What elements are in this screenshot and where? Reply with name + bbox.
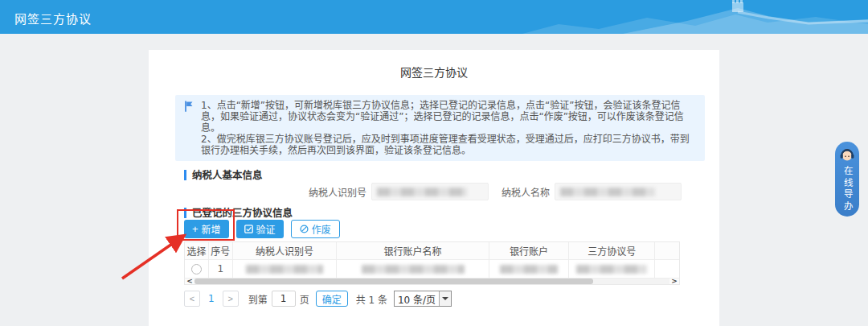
taxpayer-name-label: 纳税人名称 xyxy=(497,185,555,199)
col-taxpayer-id: 纳税人识别号 xyxy=(233,242,338,259)
redacted-value xyxy=(560,188,655,196)
verify-button[interactable]: 验证 xyxy=(236,220,284,238)
pagination: < 1 > 到第 页 确定 共 1 条 10 条/页 xyxy=(184,291,719,307)
total-count: 共 1 条 xyxy=(356,292,387,306)
dropdown-arrow-icon xyxy=(439,291,451,306)
goto-page-label: 到第 xyxy=(248,292,268,306)
notice-box: 1、点击“新增”按钮，可新增税库银三方协议信息；选择已登记的记录信息，点击“验证… xyxy=(175,95,705,161)
invalidate-button-label: 作废 xyxy=(312,222,331,236)
customer-service-icon xyxy=(839,146,855,163)
add-button[interactable]: + 新增 xyxy=(184,220,229,238)
redacted-value xyxy=(576,265,647,274)
notice-item-1: 1、点击“新增”按钮，可新增税库银三方协议信息；选择已登记的记录信息，点击“验证… xyxy=(201,100,697,134)
prev-page-button[interactable]: < xyxy=(184,291,200,307)
current-page[interactable]: 1 xyxy=(208,293,215,304)
row-agreement-no-cell xyxy=(569,260,655,278)
notice-item-2: 2、做完税库银三方协议账号登记后，应及时到事项进度管理查看受理状态，受理通过后，… xyxy=(201,134,697,156)
col-clipped xyxy=(655,242,679,259)
void-icon xyxy=(300,225,309,233)
main-panel: 网签三方协议 1、点击“新增”按钮，可新增税库银三方协议信息；选择已登记的记录信… xyxy=(149,50,719,326)
plus-icon: + xyxy=(192,224,199,234)
taxpayer-id-value xyxy=(371,183,489,200)
notice-text: 1、点击“新增”按钮，可新增税库银三方协议信息；选择已登记的记录信息，点击“验证… xyxy=(201,100,697,156)
scrollbar-track[interactable] xyxy=(194,279,669,284)
table-row: 1 xyxy=(185,259,679,278)
online-guide-label: 在线导办 xyxy=(842,166,852,213)
scroll-left-icon[interactable]: < xyxy=(185,278,194,285)
page-size-select[interactable]: 10 条/页 xyxy=(394,291,452,307)
row-select-cell xyxy=(185,260,209,278)
taxpayer-id-label: 纳税人识别号 xyxy=(184,185,371,199)
section-title-taxpayer-info: 纳税人基本信息 xyxy=(184,170,719,180)
taxpayer-name-value xyxy=(555,183,682,200)
verify-button-label: 验证 xyxy=(256,222,276,236)
col-index: 序号 xyxy=(209,242,233,259)
row-radio[interactable] xyxy=(191,264,202,274)
row-bank-account-cell xyxy=(489,260,570,278)
col-bank-account: 银行账户 xyxy=(489,242,570,259)
add-button-wrap: + 新增 xyxy=(184,220,229,238)
scrollbar-thumb[interactable] xyxy=(194,279,593,284)
section-title-registered-agreements: 已登记的三方协议信息 xyxy=(184,208,719,218)
confirm-page-button[interactable]: 确定 xyxy=(316,291,348,307)
great-wall-decoration-icon xyxy=(522,0,868,34)
taxpayer-info-form: 纳税人识别号 纳税人名称 xyxy=(184,183,719,200)
invalidate-button[interactable]: 作废 xyxy=(291,220,340,238)
add-button-label: 新增 xyxy=(202,222,221,236)
next-page-button[interactable]: > xyxy=(223,291,239,307)
col-bank-account-name: 银行账户名称 xyxy=(337,242,489,259)
check-box-icon xyxy=(244,225,253,233)
table-header-row: 选择 序号 纳税人识别号 银行账户名称 银行账户 三方协议号 xyxy=(185,242,679,259)
page-unit-label: 页 xyxy=(300,292,309,306)
redacted-value xyxy=(362,265,465,274)
redacted-value xyxy=(377,188,467,196)
redacted-value xyxy=(246,265,323,274)
app-header-title: 网签三方协议 xyxy=(14,10,92,27)
online-guide-tab[interactable]: 在线导办 xyxy=(835,142,859,217)
redacted-value xyxy=(500,265,558,274)
col-select: 选择 xyxy=(185,242,209,259)
row-bank-account-name-cell xyxy=(337,260,489,278)
flag-icon xyxy=(183,101,194,112)
agreements-table: 选择 序号 纳税人识别号 银行账户名称 银行账户 三方协议号 1 xyxy=(184,241,680,278)
row-taxpayer-id-cell xyxy=(233,260,338,278)
page-title: 网签三方协议 xyxy=(149,66,719,79)
app-header: 网签三方协议 xyxy=(0,0,868,34)
page-size-value: 10 条/页 xyxy=(395,292,439,306)
page: 网签三方协议 网签三方协议 1、点击“新增”按钮，可新增税库银三方协议信息；选择… xyxy=(0,0,868,326)
row-index-cell: 1 xyxy=(209,260,233,278)
col-agreement-no: 三方协议号 xyxy=(569,242,655,259)
scroll-right-icon[interactable]: > xyxy=(669,278,679,285)
horizontal-scrollbar[interactable]: < > xyxy=(184,278,680,285)
toolbar: + 新增 验证 作废 xyxy=(184,220,719,238)
goto-page-input[interactable] xyxy=(272,291,296,307)
row-clipped-cell xyxy=(655,260,679,278)
